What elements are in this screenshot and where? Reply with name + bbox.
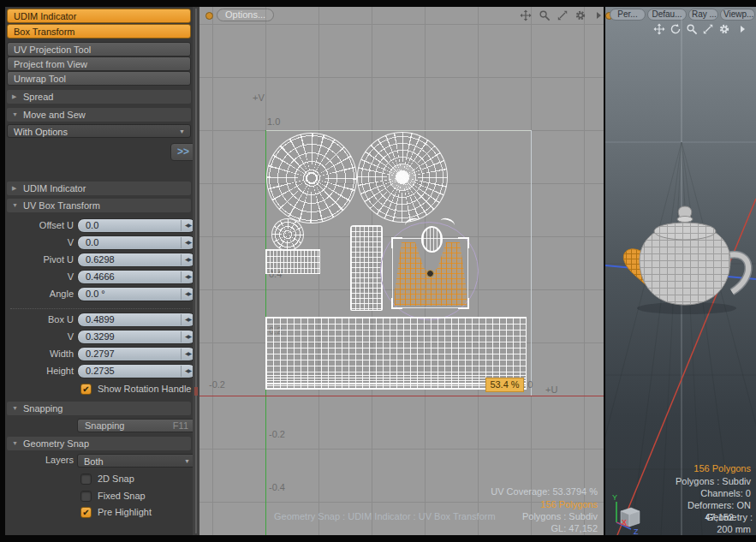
field-label-width: Width	[5, 347, 74, 361]
uv-island-small-disc[interactable]	[271, 218, 304, 251]
section-header-geometry-snap[interactable]: ▼Geometry Snap	[7, 437, 191, 450]
field-value: 0.2735	[86, 366, 115, 376]
uv-island-strip[interactable]	[265, 249, 320, 274]
field-value: 0.0 °	[86, 289, 105, 299]
field-value: 0.0	[86, 220, 98, 230]
field-label-pivot-v: V	[5, 270, 74, 284]
uv-island-disc-1[interactable]	[266, 133, 357, 223]
snapping-button-label: Snapping	[85, 420, 125, 431]
field-label-pivot-u: Pivot U	[5, 253, 74, 267]
pre-highlight-checkbox[interactable]	[80, 507, 92, 518]
selection-corner-handle[interactable]	[458, 298, 469, 309]
height-field[interactable]: 0.2735◀▶	[77, 364, 196, 378]
panel-scrollbar[interactable]	[193, 7, 199, 535]
tool-button-label: Box Transform	[14, 27, 75, 37]
axis-label-u-neg02: -0.2	[209, 379, 225, 390]
zoom-icon[interactable]	[539, 9, 551, 21]
tool-button-unwrap[interactable]: Unwrap Tool	[7, 71, 191, 86]
scroll-marker	[194, 387, 198, 396]
teapot-handle	[729, 254, 748, 292]
tool-button-label: UDIM Indicator	[14, 11, 76, 21]
gizmo-y-label: Y	[612, 493, 617, 502]
field-label-box-u: Box U	[5, 313, 74, 327]
geometry-stat-value: 47,152	[705, 512, 734, 522]
section-label: UV Box Transform	[23, 200, 100, 211]
box-u-field[interactable]: 0.4899◀▶	[77, 313, 196, 327]
expand-arrow-icon[interactable]	[592, 9, 604, 21]
checkbox-label: 2D Snap	[98, 474, 134, 485]
angle-field[interactable]: 0.0 °◀▶	[77, 287, 196, 301]
tool-button-label: Project from View	[14, 59, 87, 69]
dropdown-value: Both	[84, 456, 104, 467]
section-header-uv-box-transform[interactable]: ▼UV Box Transform	[7, 199, 191, 212]
selection-corner-handle[interactable]	[391, 298, 402, 309]
section-header-spread[interactable]: ▶Spread	[7, 90, 191, 104]
axis-label-v-neg04: -0.4	[269, 482, 285, 492]
box-v-field[interactable]: 0.3299◀▶	[77, 330, 196, 344]
section-header-snapping[interactable]: ▼Snapping	[7, 402, 191, 415]
gizmo-x-label: X	[622, 518, 627, 527]
shortcut-key-label: F11	[173, 420, 188, 432]
chevron-right-icon: ▶	[12, 90, 16, 104]
tool-button-project-from-view[interactable]: Project from View	[7, 57, 191, 71]
snapping-toggle-button[interactable]: F11Snapping	[77, 419, 196, 432]
uv-island-column[interactable]	[350, 225, 383, 311]
offset-v-field[interactable]: 0.0◀▶	[77, 235, 196, 250]
offset-u-field[interactable]: 0.0◀▶	[77, 218, 196, 233]
uv-options-button[interactable]: Options...	[217, 9, 274, 21]
chevron-down-icon: ▼	[12, 199, 18, 212]
axis-label-plus-v: +V	[253, 92, 265, 103]
pivot-handle[interactable]	[426, 270, 434, 277]
2d-snap-checkbox[interactable]	[80, 474, 92, 485]
pan-icon[interactable]	[520, 9, 532, 21]
fit-view-icon[interactable]	[557, 9, 568, 21]
chevron-right-icon: ▶	[12, 182, 16, 195]
selection-corner-handle[interactable]	[391, 237, 402, 248]
layers-label: Layers	[5, 453, 74, 468]
section-label: Move and Sew	[23, 110, 86, 120]
uv-island-knob[interactable]	[421, 226, 443, 253]
field-value: 0.3299	[86, 331, 115, 342]
uv-editor-viewport[interactable]: Options... +V 1.0 0.4 0.2 -0.2 -0.2 -0.4…	[199, 7, 604, 535]
pivot-u-field[interactable]: 0.6298◀▶	[77, 253, 196, 267]
move-sew-mode-dropdown[interactable]: With Options	[7, 124, 191, 138]
tool-button-box-transform[interactable]: Box Transform	[7, 24, 191, 39]
channels-stat: Channels: 0	[700, 488, 751, 498]
settings-gear-icon[interactable]	[574, 9, 586, 21]
show-rotation-handle-checkbox[interactable]	[80, 384, 92, 395]
tool-button-uv-projection[interactable]: UV Projection Tool	[7, 42, 191, 57]
section-header-udim-indicator[interactable]: ▶UDIM Indicator	[7, 182, 191, 195]
uv-coverage-badge: 53.4 %	[485, 378, 524, 392]
width-field[interactable]: 0.2797◀▶	[77, 347, 196, 361]
deformers-stat: Deformers: ON	[688, 500, 751, 510]
axis-label-v-neg02: -0.2	[269, 429, 285, 439]
gizmo-z-label: Z	[634, 527, 639, 535]
section-header-move-and-sew[interactable]: ▼Move and Sew	[7, 108, 191, 122]
chevron-down-icon: ▼	[12, 437, 18, 450]
polygon-count-stat: 156 Polygons	[693, 463, 751, 474]
section-label: Snapping	[23, 403, 63, 414]
axis-label-v-1: 1.0	[267, 116, 280, 127]
field-label-offset-v: V	[5, 235, 74, 250]
field-label-box-v: V	[5, 330, 74, 344]
active-tools-status: Geometry Snap : UDIM Indicator : UV Box …	[274, 511, 496, 521]
selection-corner-handle[interactable]	[458, 237, 469, 248]
field-value: 0.0	[86, 237, 98, 247]
tool-button-label: UV Projection Tool	[14, 45, 91, 55]
teapot-mesh[interactable]	[623, 206, 748, 314]
field-label-height: Height	[5, 364, 74, 378]
field-value: 0.4666	[86, 271, 115, 282]
uv-island-disc-2[interactable]	[357, 132, 448, 223]
pivot-v-field[interactable]: 0.4666◀▶	[77, 270, 196, 284]
field-value: 0.2797	[86, 348, 115, 359]
layers-dropdown[interactable]: Both	[77, 454, 196, 468]
u-axis-line	[199, 396, 604, 396]
uv-square-right-border	[531, 130, 532, 396]
field-label-angle: Angle	[5, 287, 74, 301]
checkbox-label: Pre Highlight	[98, 507, 152, 518]
scrollbar-thumb[interactable]	[195, 9, 197, 533]
tool-button-udim-indicator[interactable]: UDIM Indicator	[7, 9, 191, 23]
fixed-snap-checkbox[interactable]	[80, 491, 92, 502]
3d-scene-canvas[interactable]: Y X Z	[605, 7, 756, 535]
3d-perspective-viewport[interactable]: Per... Defau... Ray ... Viewp...	[605, 7, 756, 535]
